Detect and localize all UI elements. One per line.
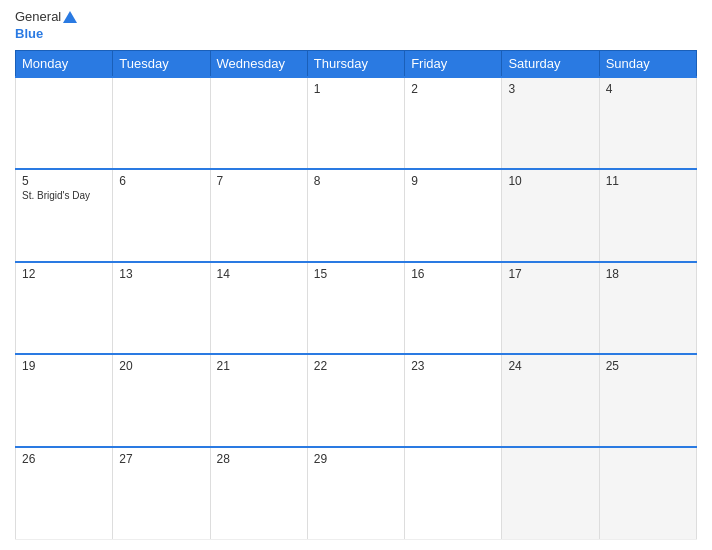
- calendar-cell: 16: [405, 262, 502, 355]
- week-row-4: 19202122232425: [16, 354, 697, 447]
- calendar-cell: 20: [113, 354, 210, 447]
- calendar-cell: [16, 77, 113, 170]
- calendar-cell: 14: [210, 262, 307, 355]
- calendar-cell: 1: [307, 77, 404, 170]
- day-number: 5: [22, 174, 106, 188]
- logo: GeneralBlue: [15, 10, 77, 42]
- weekday-header-tuesday: Tuesday: [113, 50, 210, 77]
- calendar-cell: 15: [307, 262, 404, 355]
- calendar-cell: 7: [210, 169, 307, 262]
- calendar-cell: 24: [502, 354, 599, 447]
- calendar-cell: 9: [405, 169, 502, 262]
- calendar-container: GeneralBlue MondayTuesdayWednesdayThursd…: [0, 0, 712, 550]
- week-row-5: 26272829: [16, 447, 697, 540]
- day-number: 17: [508, 267, 592, 281]
- day-number: 9: [411, 174, 495, 188]
- day-number: 13: [119, 267, 203, 281]
- calendar-cell: 8: [307, 169, 404, 262]
- weekday-header-thursday: Thursday: [307, 50, 404, 77]
- calendar-table: MondayTuesdayWednesdayThursdayFridaySatu…: [15, 50, 697, 540]
- day-number: 16: [411, 267, 495, 281]
- week-row-2: 5St. Brigid's Day67891011: [16, 169, 697, 262]
- day-number: 19: [22, 359, 106, 373]
- day-number: 12: [22, 267, 106, 281]
- calendar-cell: 6: [113, 169, 210, 262]
- day-number: 29: [314, 452, 398, 466]
- day-number: 22: [314, 359, 398, 373]
- calendar-cell: 17: [502, 262, 599, 355]
- day-number: 20: [119, 359, 203, 373]
- week-row-1: 1234: [16, 77, 697, 170]
- calendar-cell: [502, 447, 599, 540]
- calendar-cell: 27: [113, 447, 210, 540]
- calendar-cell: 19: [16, 354, 113, 447]
- logo-general-text: General: [15, 10, 61, 24]
- day-number: 26: [22, 452, 106, 466]
- calendar-cell: [405, 447, 502, 540]
- day-number: 27: [119, 452, 203, 466]
- calendar-cell: [113, 77, 210, 170]
- calendar-cell: 25: [599, 354, 696, 447]
- day-number: 21: [217, 359, 301, 373]
- day-number: 6: [119, 174, 203, 188]
- calendar-cell: 22: [307, 354, 404, 447]
- event-label: St. Brigid's Day: [22, 190, 106, 201]
- calendar-cell: 10: [502, 169, 599, 262]
- calendar-cell: 18: [599, 262, 696, 355]
- day-number: 28: [217, 452, 301, 466]
- week-row-3: 12131415161718: [16, 262, 697, 355]
- calendar-cell: 5St. Brigid's Day: [16, 169, 113, 262]
- calendar-cell: [599, 447, 696, 540]
- day-number: 11: [606, 174, 690, 188]
- logo-triangle-icon: [63, 11, 77, 23]
- calendar-cell: 28: [210, 447, 307, 540]
- day-number: 8: [314, 174, 398, 188]
- calendar-cell: 23: [405, 354, 502, 447]
- day-number: 15: [314, 267, 398, 281]
- day-number: 23: [411, 359, 495, 373]
- calendar-header: GeneralBlue: [15, 10, 697, 42]
- calendar-cell: 3: [502, 77, 599, 170]
- weekday-header-saturday: Saturday: [502, 50, 599, 77]
- day-number: 25: [606, 359, 690, 373]
- day-number: 7: [217, 174, 301, 188]
- calendar-cell: [210, 77, 307, 170]
- day-number: 4: [606, 82, 690, 96]
- day-number: 18: [606, 267, 690, 281]
- day-number: 10: [508, 174, 592, 188]
- day-number: 2: [411, 82, 495, 96]
- weekday-header-wednesday: Wednesday: [210, 50, 307, 77]
- calendar-cell: 21: [210, 354, 307, 447]
- weekday-header-monday: Monday: [16, 50, 113, 77]
- logo-blue-text: Blue: [15, 26, 43, 41]
- day-number: 24: [508, 359, 592, 373]
- calendar-cell: 26: [16, 447, 113, 540]
- weekday-header-sunday: Sunday: [599, 50, 696, 77]
- calendar-cell: 4: [599, 77, 696, 170]
- calendar-cell: 29: [307, 447, 404, 540]
- calendar-cell: 12: [16, 262, 113, 355]
- weekday-header-friday: Friday: [405, 50, 502, 77]
- calendar-cell: 13: [113, 262, 210, 355]
- day-number: 3: [508, 82, 592, 96]
- weekday-header-row: MondayTuesdayWednesdayThursdayFridaySatu…: [16, 50, 697, 77]
- day-number: 14: [217, 267, 301, 281]
- day-number: 1: [314, 82, 398, 96]
- calendar-cell: 2: [405, 77, 502, 170]
- calendar-cell: 11: [599, 169, 696, 262]
